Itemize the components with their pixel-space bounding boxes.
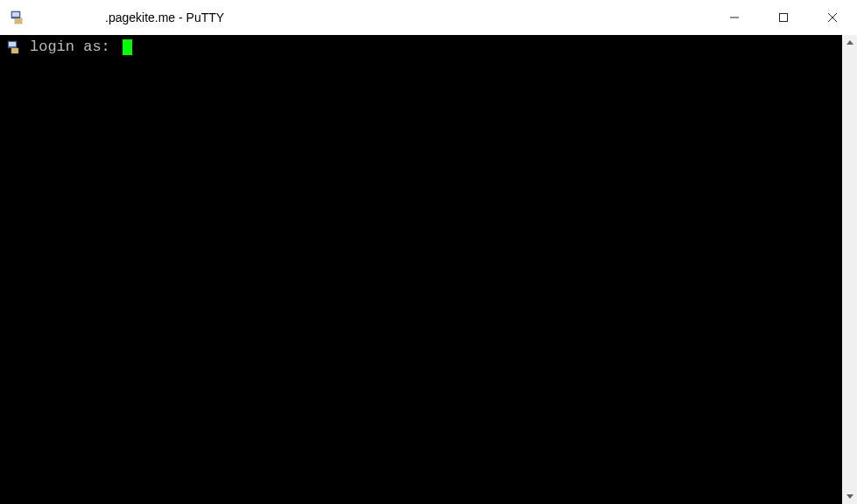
scrollbar[interactable] bbox=[842, 35, 857, 504]
scroll-down-icon[interactable] bbox=[842, 489, 857, 504]
svg-rect-2 bbox=[15, 18, 22, 24]
window-controls bbox=[710, 0, 857, 35]
titlebar-left: .pagekite.me - PuTTY bbox=[9, 9, 224, 26]
svg-rect-10 bbox=[9, 42, 16, 46]
minimize-button[interactable] bbox=[710, 0, 759, 35]
window-titlebar: .pagekite.me - PuTTY bbox=[0, 0, 857, 35]
login-prompt-text: login as: bbox=[30, 38, 119, 56]
putty-prompt-icon bbox=[5, 38, 23, 56]
prompt-line: login as: bbox=[5, 38, 837, 56]
putty-app-icon bbox=[9, 9, 26, 26]
scroll-up-icon[interactable] bbox=[842, 35, 857, 50]
svg-rect-1 bbox=[12, 12, 19, 17]
maximize-button[interactable] bbox=[759, 0, 808, 35]
terminal-container: login as: bbox=[0, 35, 857, 504]
window-title: .pagekite.me - PuTTY bbox=[35, 10, 224, 24]
svg-rect-11 bbox=[11, 48, 18, 53]
svg-rect-6 bbox=[780, 14, 788, 22]
terminal-cursor bbox=[123, 39, 132, 55]
close-button[interactable] bbox=[808, 0, 857, 35]
terminal[interactable]: login as: bbox=[0, 35, 842, 504]
